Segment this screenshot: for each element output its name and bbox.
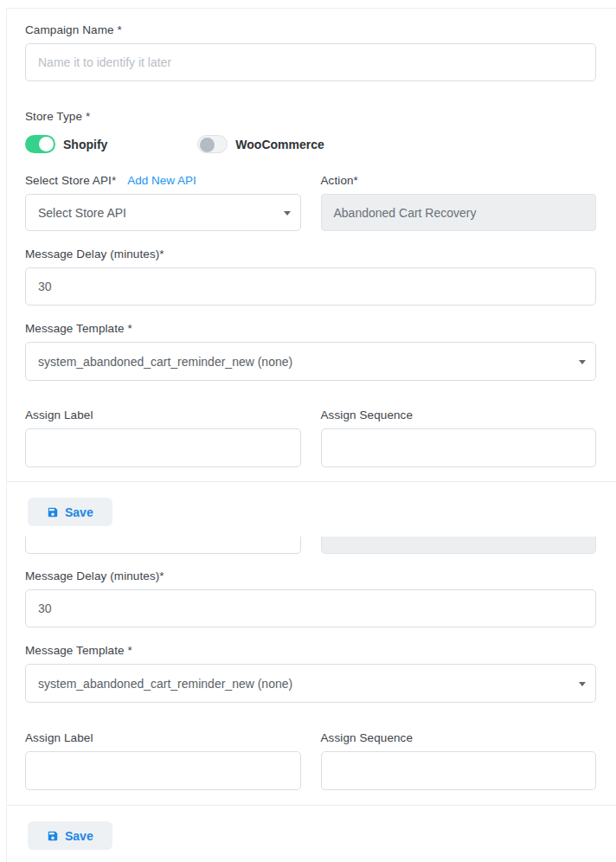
message-delay-group-2: Message Delay (minutes)* bbox=[25, 569, 596, 627]
message-template-label: Message Template * bbox=[25, 644, 596, 657]
card-footer: Save bbox=[7, 482, 616, 537]
shopify-toggle-on-icon[interactable] bbox=[25, 135, 55, 153]
assign-label-input[interactable] bbox=[25, 751, 301, 790]
select-store-api-dropdown-clipped[interactable] bbox=[25, 537, 301, 554]
clipped-fields-row bbox=[7, 537, 616, 554]
save-icon bbox=[47, 506, 59, 518]
select-store-api-label-row: Select Store API* Add New API bbox=[25, 174, 301, 187]
chevron-down-icon bbox=[579, 682, 586, 686]
assign-row: Assign Label Assign Sequence bbox=[25, 408, 596, 467]
save-icon bbox=[47, 830, 59, 842]
save-button[interactable]: Save bbox=[28, 821, 112, 850]
woocommerce-toggle-off-icon[interactable] bbox=[197, 135, 228, 153]
store-type-toggles: Shopify WooCommerce bbox=[25, 135, 596, 153]
message-delay-label: Message Delay (minutes)* bbox=[25, 248, 596, 261]
add-new-api-link[interactable]: Add New API bbox=[127, 174, 196, 187]
assign-sequence-input[interactable] bbox=[321, 428, 597, 467]
assign-sequence-col: Assign Sequence bbox=[321, 408, 597, 467]
action-label: Action* bbox=[321, 174, 597, 187]
assign-label-label: Assign Label bbox=[25, 408, 301, 421]
save-button-label: Save bbox=[65, 505, 93, 519]
select-store-api-value: Select Store API bbox=[38, 206, 126, 220]
assign-sequence-input[interactable] bbox=[321, 751, 597, 790]
message-template-group-2: Message Template * system_abandoned_cart… bbox=[25, 644, 596, 703]
assign-label-label: Assign Label bbox=[25, 731, 301, 744]
campaign-name-input[interactable] bbox=[25, 43, 596, 81]
message-template-label: Message Template * bbox=[25, 322, 596, 335]
chevron-down-icon bbox=[579, 360, 586, 364]
message-template-value: system_abandoned_cart_reminder_new (none… bbox=[38, 355, 292, 369]
campaign-name-label: Campaign Name * bbox=[25, 23, 596, 36]
assign-sequence-label: Assign Sequence bbox=[321, 731, 597, 744]
assign-sequence-col: Assign Sequence bbox=[321, 731, 597, 790]
campaign-name-group: Campaign Name * bbox=[25, 23, 596, 81]
message-delay-input[interactable] bbox=[25, 267, 596, 306]
store-type-label: Store Type * bbox=[25, 110, 596, 123]
action-field: Abandoned Cart Recovery bbox=[321, 194, 597, 231]
message-template-group: Message Template * system_abandoned_cart… bbox=[25, 322, 596, 381]
message-template-dropdown[interactable]: system_abandoned_cart_reminder_new (none… bbox=[25, 664, 596, 703]
assign-sequence-label: Assign Sequence bbox=[321, 408, 597, 421]
store-type-shopify-option[interactable]: Shopify bbox=[25, 135, 107, 153]
campaign-form-body: Campaign Name * Store Type * Shopify Woo… bbox=[7, 9, 616, 467]
store-api-action-row: Select Store API* Add New API Select Sto… bbox=[25, 174, 596, 231]
save-button-label: Save bbox=[65, 829, 93, 843]
chevron-down-icon bbox=[284, 211, 291, 216]
action-field-clipped bbox=[321, 537, 597, 554]
select-store-api-dropdown[interactable]: Select Store API bbox=[25, 194, 301, 231]
message-template-dropdown[interactable]: system_abandoned_cart_reminder_new (none… bbox=[25, 342, 596, 381]
save-button[interactable]: Save bbox=[28, 498, 112, 526]
select-store-api-col: Select Store API* Add New API Select Sto… bbox=[25, 174, 301, 231]
card-footer-2: Save bbox=[7, 806, 616, 860]
store-type-woocommerce-option[interactable]: WooCommerce bbox=[197, 135, 324, 153]
message-template-value: system_abandoned_cart_reminder_new (none… bbox=[38, 677, 292, 691]
action-value: Abandoned Cart Recovery bbox=[334, 206, 477, 220]
campaign-form-body-2: Message Delay (minutes)* Message Templat… bbox=[7, 554, 616, 790]
message-delay-group: Message Delay (minutes)* bbox=[25, 248, 596, 306]
shopify-toggle-label: Shopify bbox=[63, 138, 107, 151]
action-col: Action* Abandoned Cart Recovery bbox=[321, 174, 597, 231]
campaign-form-card: Campaign Name * Store Type * Shopify Woo… bbox=[6, 8, 616, 862]
toggle-knob bbox=[200, 138, 215, 152]
assign-label-col: Assign Label bbox=[25, 408, 301, 467]
toggle-knob bbox=[39, 137, 54, 151]
select-store-api-label: Select Store API* bbox=[25, 174, 116, 187]
store-type-group: Store Type * Shopify WooCommerce bbox=[25, 110, 596, 153]
assign-label-col: Assign Label bbox=[25, 731, 301, 790]
message-delay-input[interactable] bbox=[25, 589, 596, 627]
message-delay-label: Message Delay (minutes)* bbox=[25, 569, 596, 582]
assign-label-input[interactable] bbox=[25, 428, 301, 467]
assign-row-2: Assign Label Assign Sequence bbox=[25, 731, 596, 790]
woocommerce-toggle-label: WooCommerce bbox=[235, 138, 324, 151]
